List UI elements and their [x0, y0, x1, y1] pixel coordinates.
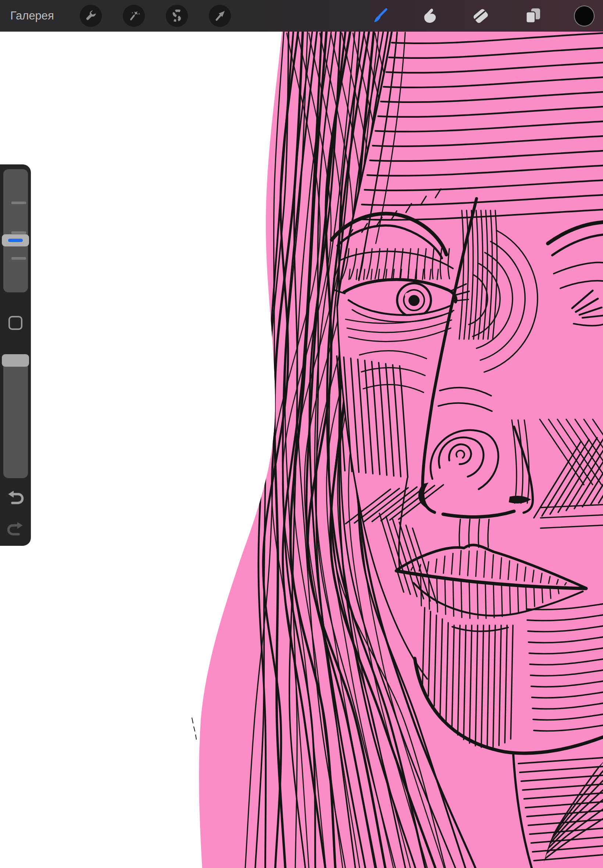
procreate-screen: Галерея — [0, 0, 603, 868]
brush-icon — [372, 7, 389, 24]
slider-tick — [11, 257, 26, 260]
selection-button[interactable] — [166, 5, 188, 27]
modify-square-icon — [8, 316, 22, 330]
smudge-finger-icon — [422, 7, 439, 24]
brush-size-handle[interactable] — [2, 234, 29, 246]
adjustments-button[interactable] — [123, 5, 145, 27]
layers-icon — [525, 7, 541, 24]
erase-button[interactable] — [470, 6, 491, 26]
paint-button[interactable] — [370, 6, 391, 26]
redo-icon — [7, 520, 24, 537]
transform-button[interactable] — [209, 5, 231, 27]
canvas-artwork[interactable] — [0, 32, 603, 868]
wrench-icon — [85, 9, 97, 22]
opacity-slider[interactable] — [3, 354, 28, 478]
opacity-handle[interactable] — [2, 354, 29, 367]
brush-size-value-dash — [8, 239, 23, 242]
slider-tick — [11, 231, 26, 234]
selection-s-icon — [171, 9, 183, 22]
color-swatch — [574, 6, 595, 26]
undo-icon — [7, 489, 24, 506]
modify-button[interactable] — [0, 316, 31, 330]
pink-silhouette — [199, 32, 603, 868]
layers-button[interactable] — [523, 6, 543, 26]
actions-button[interactable] — [80, 5, 102, 27]
redo-button[interactable] — [5, 518, 26, 539]
smudge-button[interactable] — [420, 6, 441, 26]
side-toolbar — [0, 164, 31, 546]
eraser-icon — [472, 7, 489, 24]
transform-arrow-icon — [213, 9, 226, 22]
top-toolbar: Галерея — [0, 0, 603, 32]
magic-wand-icon — [128, 9, 140, 22]
undo-button[interactable] — [5, 487, 26, 507]
slider-tick — [11, 201, 26, 204]
color-button[interactable] — [574, 6, 595, 26]
brush-size-slider[interactable] — [3, 169, 28, 292]
gallery-button[interactable]: Галерея — [10, 0, 54, 32]
